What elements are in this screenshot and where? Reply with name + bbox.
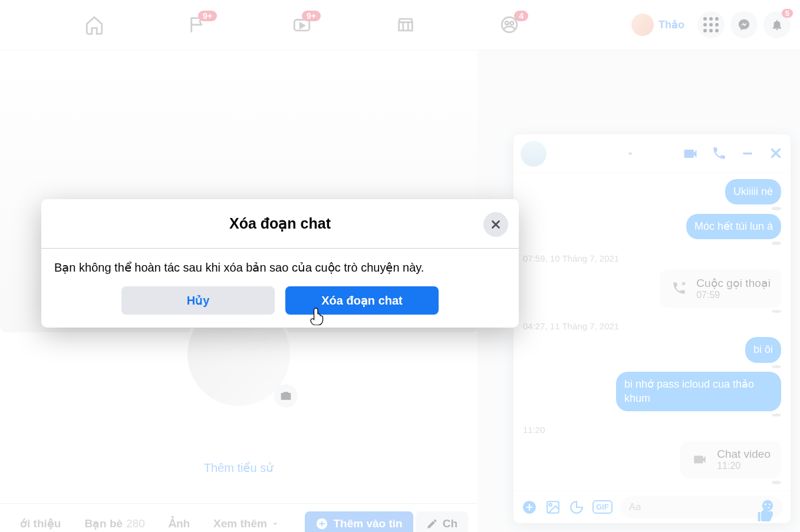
modal-close-button[interactable] [483,212,508,237]
modal-title: Xóa đoạn chat [229,215,331,232]
modal-footer: Hủy Xóa đoạn chat [41,278,519,328]
confirm-delete-button[interactable]: Xóa đoạn chat [285,286,439,315]
close-icon [489,218,502,231]
delete-chat-modal: Xóa đoạn chat Bạn không thể hoàn tác sau… [41,199,519,328]
cancel-button[interactable]: Hủy [121,286,275,315]
modal-header: Xóa đoạn chat [41,199,519,249]
modal-body-text: Bạn không thể hoàn tác sau khi xóa bản s… [41,249,519,278]
